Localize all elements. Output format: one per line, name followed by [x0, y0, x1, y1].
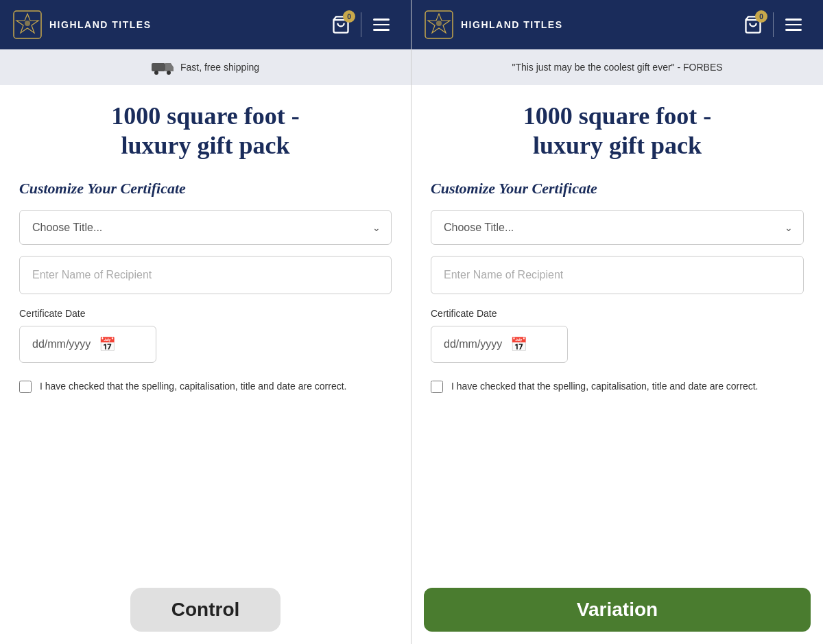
product-title-left: 1000 square foot - luxury gift pack: [19, 102, 392, 160]
banner-right: "This just may be the coolest gift ever"…: [412, 49, 823, 85]
menu-line-3-left: [373, 29, 390, 31]
svg-point-10: [436, 21, 442, 26]
menu-button-left[interactable]: [364, 8, 398, 42]
title-select-wrapper-right: Choose Title... Mr. Mrs. Ms. Dr. ⌄: [431, 210, 804, 245]
shipping-icon-left: [152, 60, 174, 75]
cart-button-right[interactable]: 0: [736, 8, 770, 42]
banner-left: Fast, free shipping: [0, 49, 411, 85]
section-title-right: Customize Your Certificate: [431, 180, 804, 198]
logo-right: HIGHLAND TITLES: [424, 10, 563, 40]
header-right-left: 0: [324, 8, 398, 42]
section-title-left: Customize Your Certificate: [19, 180, 392, 198]
logo-left: HIGHLAND TITLES: [12, 10, 152, 40]
bottom-label-left: Control: [0, 575, 411, 644]
date-input-wrapper-right: dd/mm/yyyy 📅: [431, 326, 568, 363]
logo-icon-right: [424, 10, 454, 40]
checkbox-label-left: I have checked that the spelling, capita…: [40, 379, 347, 394]
svg-marker-5: [165, 63, 174, 71]
date-placeholder-left: dd/mm/yyyy: [32, 338, 91, 350]
spelling-checkbox-left[interactable]: [19, 381, 32, 393]
menu-line-2-left: [373, 24, 390, 26]
date-placeholder-right: dd/mm/yyyy: [444, 338, 502, 350]
header-right: HIGHLAND TITLES 0: [412, 0, 823, 49]
logo-text-left: HIGHLAND TITLES: [49, 19, 152, 30]
cart-badge-left: 0: [343, 10, 355, 23]
menu-line-3-right: [785, 29, 802, 31]
title-select-wrapper-left: Choose Title... Mr. Mrs. Ms. Dr. ⌄: [19, 210, 392, 245]
checkbox-label-right: I have checked that the spelling, capita…: [451, 379, 759, 394]
header-divider-right: [773, 12, 774, 37]
calendar-icon-right: 📅: [510, 336, 527, 353]
main-content-left: 1000 square foot - luxury gift pack Cust…: [0, 85, 411, 644]
svg-point-2: [25, 21, 30, 26]
spelling-checkbox-right[interactable]: [431, 381, 443, 393]
variation-badge: Variation: [424, 588, 811, 632]
menu-line-2-right: [785, 24, 802, 26]
title-select-right[interactable]: Choose Title... Mr. Mrs. Ms. Dr.: [431, 210, 804, 245]
date-label-left: Certificate Date: [19, 308, 392, 319]
cart-button-left[interactable]: 0: [324, 8, 358, 42]
calendar-icon-left: 📅: [99, 336, 116, 353]
date-label-right: Certificate Date: [431, 308, 804, 319]
banner-text-left: Fast, free shipping: [180, 62, 259, 73]
checkbox-row-left: I have checked that the spelling, capita…: [19, 379, 392, 394]
recipient-name-input-left[interactable]: [19, 256, 392, 294]
recipient-name-input-right[interactable]: [431, 256, 804, 294]
banner-text-right: "This just may be the coolest gift ever"…: [512, 62, 722, 73]
menu-line-1-right: [785, 19, 802, 21]
svg-point-6: [154, 71, 158, 75]
right-panel: HIGHLAND TITLES 0 "This just may be the …: [412, 0, 823, 644]
bottom-label-right: Variation: [412, 575, 823, 644]
menu-button-right[interactable]: [776, 8, 811, 42]
left-panel: HIGHLAND TITLES 0: [0, 0, 412, 644]
product-title-right: 1000 square foot - luxury gift pack: [431, 102, 804, 160]
checkbox-row-right: I have checked that the spelling, capita…: [431, 379, 804, 394]
logo-text-right: HIGHLAND TITLES: [461, 19, 563, 30]
title-select-left[interactable]: Choose Title... Mr. Mrs. Ms. Dr.: [19, 210, 392, 245]
main-content-right: 1000 square foot - luxury gift pack Cust…: [412, 85, 823, 644]
date-input-wrapper-left: dd/mm/yyyy 📅: [19, 326, 156, 363]
header-divider-left: [361, 12, 361, 37]
svg-point-7: [167, 71, 171, 75]
header-right-right: 0: [736, 8, 811, 42]
header-left: HIGHLAND TITLES 0: [0, 0, 411, 49]
cart-badge-right: 0: [755, 10, 767, 23]
svg-rect-4: [152, 63, 165, 71]
logo-icon-left: [12, 10, 43, 40]
control-badge: Control: [130, 588, 281, 632]
menu-line-1-left: [373, 19, 390, 21]
